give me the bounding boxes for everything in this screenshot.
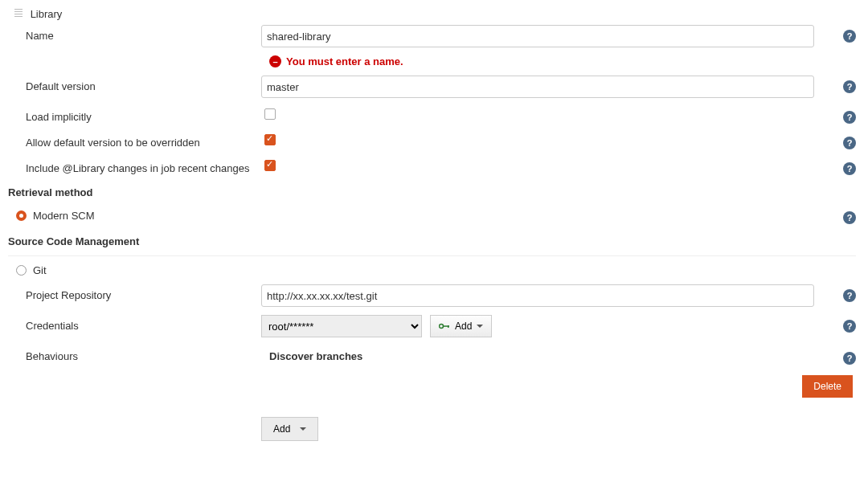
error-icon: –	[269, 55, 281, 67]
credentials-select[interactable]: root/******	[261, 315, 422, 337]
retrieval-method-heading: Retrieval method	[8, 186, 856, 198]
chevron-down-icon	[300, 427, 306, 431]
delete-behaviour-button[interactable]: Delete	[802, 375, 853, 398]
svg-point-0	[440, 325, 444, 329]
load-implicitly-checkbox[interactable]	[264, 108, 276, 120]
allow-override-checkbox[interactable]	[264, 134, 276, 145]
name-error-message: – You must enter a name.	[269, 55, 856, 67]
project-repo-label: Project Repository	[8, 284, 261, 301]
credentials-label: Credentials	[8, 315, 261, 332]
help-icon[interactable]: ?	[843, 352, 856, 365]
help-icon[interactable]: ?	[843, 80, 856, 93]
discover-branches-label: Discover branches	[269, 350, 362, 362]
behaviours-label: Behaviours	[8, 345, 261, 362]
help-icon[interactable]: ?	[843, 162, 856, 175]
svg-rect-2	[448, 325, 449, 328]
scm-heading: Source Code Management	[8, 235, 856, 247]
name-input[interactable]	[261, 25, 814, 47]
add-behaviour-button[interactable]: Add	[261, 417, 318, 441]
default-version-input[interactable]	[261, 76, 814, 98]
help-icon[interactable]: ?	[843, 289, 856, 302]
divider	[8, 255, 856, 256]
help-icon[interactable]: ?	[843, 320, 856, 333]
allow-override-label: Allow default version to be overridden	[8, 132, 261, 149]
chevron-down-icon	[477, 325, 483, 328]
key-icon	[439, 322, 450, 330]
help-icon[interactable]: ?	[843, 137, 856, 149]
drag-handle-icon[interactable]	[14, 9, 23, 18]
git-radio[interactable]	[16, 265, 27, 276]
include-changes-checkbox[interactable]	[264, 160, 276, 171]
help-icon[interactable]: ?	[843, 211, 856, 224]
include-changes-label: Include @Library changes in job recent c…	[8, 157, 261, 174]
library-section-label: Library	[31, 8, 63, 20]
default-version-label: Default version	[8, 76, 261, 92]
help-icon[interactable]: ?	[843, 111, 856, 124]
name-label: Name	[8, 25, 261, 42]
project-repo-input[interactable]	[261, 284, 814, 307]
add-credentials-button[interactable]: Add	[430, 315, 492, 337]
git-label: Git	[33, 264, 47, 276]
modern-scm-radio[interactable]	[16, 210, 27, 221]
modern-scm-label: Modern SCM	[33, 210, 95, 222]
help-icon[interactable]: ?	[843, 30, 856, 43]
load-implicitly-label: Load implicitly	[8, 106, 261, 123]
